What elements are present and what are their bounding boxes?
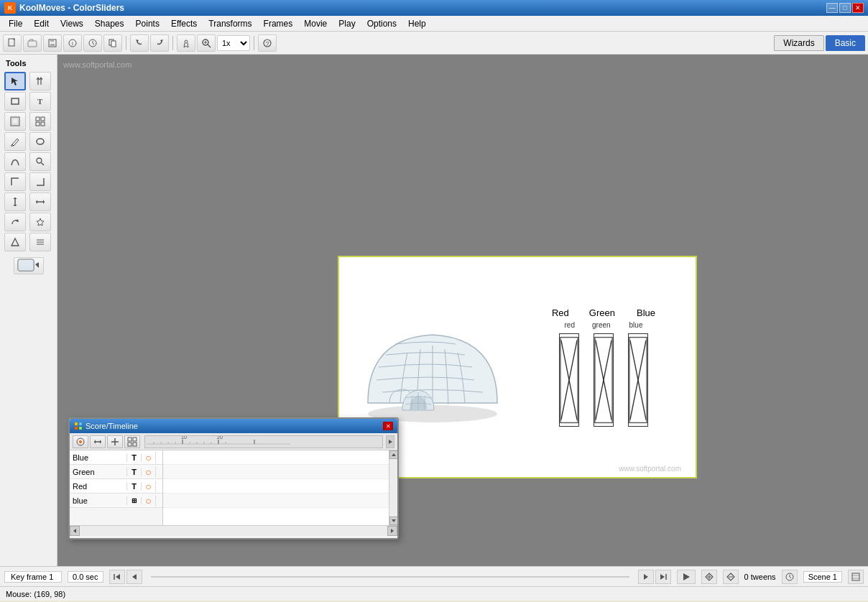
menu-transforms[interactable]: Transforms bbox=[203, 17, 257, 30]
canvas-area[interactable]: www.softportal.com bbox=[57, 55, 868, 566]
toolbar-help[interactable]: ? bbox=[258, 34, 277, 52]
menu-play[interactable]: Play bbox=[333, 17, 361, 30]
score-close-button[interactable]: ✕ bbox=[383, 422, 393, 430]
panel-tab-basic[interactable]: Basic bbox=[826, 35, 865, 51]
timeline-progress[interactable] bbox=[151, 576, 629, 578]
maximize-button[interactable]: □ bbox=[839, 3, 851, 13]
tool-frame[interactable] bbox=[4, 112, 26, 131]
step-forward-button[interactable] bbox=[638, 570, 654, 584]
tool-rect[interactable] bbox=[4, 92, 26, 111]
svg-marker-94 bbox=[116, 574, 120, 580]
tool-vertical[interactable] bbox=[4, 193, 26, 211]
tool-pencil[interactable] bbox=[4, 132, 26, 151]
tool-select[interactable] bbox=[4, 72, 26, 91]
score-row-blue-name: Blue bbox=[70, 453, 127, 462]
score-icon bbox=[74, 422, 83, 430]
toolbar-copy-frame[interactable] bbox=[103, 34, 122, 52]
toolbar-open[interactable] bbox=[23, 34, 42, 52]
tool-zoom-canvas[interactable] bbox=[29, 152, 51, 171]
remove-keyframe-button[interactable] bbox=[723, 570, 739, 584]
svg-rect-71 bbox=[133, 437, 137, 441]
score-tool-animate[interactable] bbox=[73, 435, 88, 448]
toolbar-new[interactable] bbox=[3, 34, 22, 52]
tool-star[interactable] bbox=[29, 213, 51, 231]
special-tool[interactable] bbox=[14, 257, 44, 274]
menu-effects[interactable]: Effects bbox=[165, 17, 203, 30]
tool-ellipse[interactable] bbox=[29, 132, 51, 151]
zoom-select[interactable]: 1x2x4x0.5x bbox=[217, 35, 250, 51]
toolbar-undo[interactable] bbox=[130, 34, 149, 52]
toolbar-pan[interactable] bbox=[177, 34, 195, 52]
svg-marker-100 bbox=[683, 573, 690, 580]
score-scrollbar-h[interactable] bbox=[70, 525, 397, 535]
close-button[interactable]: ✕ bbox=[852, 3, 864, 13]
add-keyframe-button[interactable] bbox=[701, 570, 717, 584]
tool-corner[interactable] bbox=[4, 172, 26, 191]
tool-rotate[interactable] bbox=[4, 213, 26, 231]
score-tool-add[interactable] bbox=[107, 435, 123, 448]
blue-slider-track[interactable] bbox=[628, 333, 648, 427]
svg-text:i: i bbox=[72, 40, 73, 47]
svg-line-108 bbox=[790, 577, 791, 578]
scroll-up-btn[interactable] bbox=[389, 450, 397, 459]
score-row-blue-dot[interactable]: ○ bbox=[142, 452, 156, 463]
toolbar-zoom[interactable] bbox=[197, 34, 216, 52]
menu-options[interactable]: Options bbox=[361, 17, 402, 30]
panel-tab-wizards[interactable]: Wizards bbox=[774, 35, 823, 51]
score-row-blue2-dot[interactable]: ○ bbox=[142, 495, 156, 506]
score-tool-grid[interactable] bbox=[124, 435, 140, 448]
play-button[interactable] bbox=[677, 570, 696, 584]
score-row-green: Green T ○ bbox=[70, 465, 162, 479]
menu-edit[interactable]: Edit bbox=[28, 17, 55, 30]
tool-corner2[interactable] bbox=[29, 172, 51, 191]
svg-marker-39 bbox=[37, 218, 44, 226]
time-label: 0.0 sec bbox=[68, 571, 103, 583]
menu-shapes[interactable]: Shapes bbox=[89, 17, 130, 30]
tool-horizontal[interactable] bbox=[29, 193, 51, 211]
svg-rect-0 bbox=[9, 39, 14, 46]
tool-bezier[interactable] bbox=[4, 152, 26, 171]
label-red: Red bbox=[552, 307, 569, 318]
score-tool-spread[interactable] bbox=[90, 435, 106, 448]
tool-text[interactable]: T bbox=[29, 92, 51, 111]
score-row-green-name: Green bbox=[70, 468, 127, 476]
menu-frames[interactable]: Frames bbox=[258, 17, 299, 30]
title-text: KoolMoves - ColorSliders bbox=[19, 3, 124, 13]
svg-rect-70 bbox=[128, 437, 131, 441]
toolbar-time[interactable] bbox=[83, 34, 102, 52]
tool-layers[interactable] bbox=[29, 233, 51, 251]
playback-controls bbox=[109, 570, 142, 584]
menu-movie[interactable]: Movie bbox=[298, 17, 333, 30]
scroll-down-btn[interactable] bbox=[389, 517, 397, 525]
menu-points[interactable]: Points bbox=[130, 17, 165, 30]
menu-file[interactable]: File bbox=[3, 17, 28, 30]
svg-rect-109 bbox=[852, 573, 859, 580]
menu-help[interactable]: Help bbox=[402, 17, 432, 30]
scroll-left-btn[interactable] bbox=[70, 526, 80, 536]
toolbar-import[interactable]: i bbox=[63, 34, 82, 52]
toolbar-save[interactable] bbox=[43, 34, 62, 52]
green-slider-track[interactable] bbox=[594, 333, 614, 427]
svg-marker-89 bbox=[389, 440, 392, 444]
score-row-green-dot[interactable]: ○ bbox=[142, 466, 156, 478]
tool-shape[interactable] bbox=[4, 233, 26, 251]
menu-views[interactable]: Views bbox=[55, 17, 89, 30]
goto-end-button[interactable] bbox=[655, 570, 671, 584]
score-scroll-right[interactable] bbox=[386, 435, 394, 448]
goto-start-button[interactable] bbox=[109, 570, 125, 584]
scene-options-button[interactable] bbox=[848, 570, 864, 584]
tool-move[interactable] bbox=[29, 72, 51, 91]
step-back-button[interactable] bbox=[126, 570, 142, 584]
minimize-button[interactable]: — bbox=[826, 3, 838, 13]
score-scrollbar-v[interactable] bbox=[389, 450, 397, 525]
score-title-text: Score/Timeline bbox=[86, 422, 138, 430]
score-row-red: Red T ○ bbox=[70, 479, 162, 494]
tool-grid[interactable] bbox=[29, 112, 51, 131]
scroll-right-btn[interactable] bbox=[387, 526, 397, 536]
watermark: www.softportal.com bbox=[63, 60, 131, 69]
score-row-red-dot[interactable]: ○ bbox=[142, 481, 156, 492]
svg-text:?: ? bbox=[265, 40, 269, 47]
title-bar-left: K KoolMoves - ColorSliders bbox=[4, 2, 124, 14]
red-slider-track[interactable] bbox=[559, 333, 579, 427]
toolbar-redo[interactable] bbox=[150, 34, 169, 52]
